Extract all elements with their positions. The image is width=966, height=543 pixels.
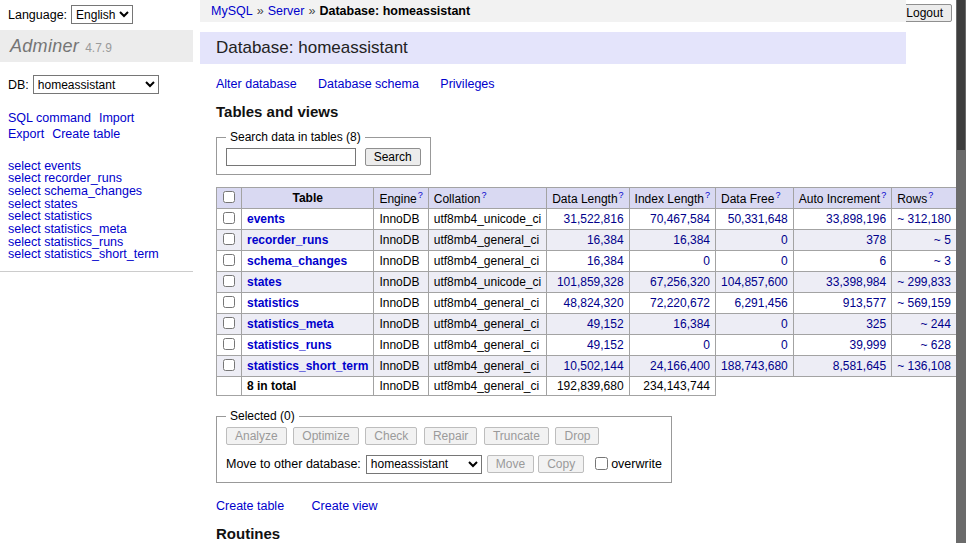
rows-cell: ~ 3 <box>892 251 957 272</box>
overwrite-checkbox[interactable] <box>595 457 608 470</box>
table-name-cell: recorder_runs <box>242 230 374 251</box>
breadcrumb-server-link[interactable]: Server <box>268 4 305 18</box>
table-name-link[interactable]: schema_changes <box>247 254 347 268</box>
repair-button[interactable]: Repair <box>424 427 477 445</box>
table-name-link[interactable]: recorder_runs <box>247 233 328 247</box>
drop-button[interactable]: Drop <box>555 427 599 445</box>
db-select[interactable]: homeassistant <box>33 75 159 94</box>
import-link[interactable]: Import <box>99 111 134 125</box>
collation-cell: utf8mb4_general_ci <box>428 335 546 356</box>
total-collation-cell: utf8mb4_general_ci <box>428 377 546 396</box>
sidebar-actions: SQL commandImport ExportCreate table <box>8 110 193 143</box>
row-checkbox[interactable] <box>223 296 235 308</box>
table-name-cell: statistics_meta <box>242 314 374 335</box>
row-checkbox[interactable] <box>223 317 235 329</box>
create-view-link[interactable]: Create view <box>312 499 378 513</box>
auto-increment-cell: 33,898,196 <box>793 209 891 230</box>
row-checkbox[interactable] <box>223 254 235 266</box>
row-checkbox[interactable] <box>223 338 235 350</box>
table-name-link[interactable]: statistics_runs <box>247 338 332 352</box>
engine-cell: InnoDB <box>374 209 428 230</box>
database-schema-link[interactable]: Database schema <box>318 77 419 91</box>
column-help-link[interactable]: ? <box>881 190 886 200</box>
truncate-button[interactable]: Truncate <box>484 427 549 445</box>
column-help-link[interactable]: ? <box>481 190 486 200</box>
select-all-checkbox[interactable] <box>223 191 235 203</box>
copy-button[interactable]: Copy <box>538 455 584 473</box>
table-name-link[interactable]: statistics_short_term <box>247 359 368 373</box>
auto-increment-cell: 6 <box>793 251 891 272</box>
column-header-table: Table <box>242 188 374 209</box>
search-button[interactable]: Search <box>365 148 421 166</box>
sidebar-table-link[interactable]: select schema_changes <box>8 185 193 198</box>
search-legend: Search data in tables (8) <box>226 130 365 144</box>
move-button[interactable]: Move <box>487 455 534 473</box>
table-name-cell: schema_changes <box>242 251 374 272</box>
sidebar-divider <box>0 271 193 272</box>
move-row: Move to other database:homeassistantMove… <box>226 454 662 474</box>
alter-database-link[interactable]: Alter database <box>216 77 297 91</box>
search-fieldset: Search data in tables (8) Search <box>216 130 431 175</box>
column-help-link[interactable]: ? <box>705 190 710 200</box>
export-link[interactable]: Export <box>8 127 44 141</box>
row-checkbox[interactable] <box>223 359 235 371</box>
rows-cell: ~ 569,159 <box>892 293 957 314</box>
rows-cell: ~ 299,833 <box>892 272 957 293</box>
check-button[interactable]: Check <box>365 427 417 445</box>
sidebar-table-link[interactable]: select recorder_runs <box>8 172 193 185</box>
column-help-link[interactable]: ? <box>775 190 780 200</box>
column-help-link[interactable]: ? <box>418 190 423 200</box>
column-header-rows: Rows? <box>892 188 957 209</box>
scrollbar-thumb[interactable] <box>957 0 965 150</box>
data-free-cell: 104,857,600 <box>716 272 794 293</box>
adminer-page: Language:English Logout MySQL»Server»Dat… <box>0 0 966 543</box>
total-label: 8 in total <box>242 377 374 396</box>
table-select-links: select eventsselect recorder_runsselect … <box>8 160 193 262</box>
move-db-select[interactable]: homeassistant <box>366 455 482 474</box>
search-input[interactable] <box>226 148 356 166</box>
table-name-link[interactable]: events <box>247 212 285 226</box>
table-name-link[interactable]: statistics_meta <box>247 317 334 331</box>
data-length-cell: 49,152 <box>547 335 629 356</box>
engine-cell: InnoDB <box>374 293 428 314</box>
sidebar-table-link[interactable]: select statistics_meta <box>8 223 193 236</box>
create-table-link[interactable]: Create table <box>216 499 284 513</box>
collation-cell: utf8mb4_general_ci <box>428 293 546 314</box>
engine-cell: InnoDB <box>374 230 428 251</box>
sql-command-link[interactable]: SQL command <box>8 111 91 125</box>
optimize-button[interactable]: Optimize <box>293 427 358 445</box>
db-label: DB: <box>8 78 29 92</box>
column-help-link[interactable]: ? <box>928 190 933 200</box>
tables-total-body: 8 in total InnoDB utf8mb4_general_ci 192… <box>217 377 966 396</box>
auto-increment-cell: 39,999 <box>793 335 891 356</box>
row-select-cell <box>217 356 242 377</box>
table-name-link[interactable]: statistics <box>247 296 299 310</box>
overwrite-label-wrap: overwrite <box>591 457 662 471</box>
row-checkbox[interactable] <box>223 233 235 245</box>
app-name[interactable]: Adminer <box>10 36 79 56</box>
column-help-link[interactable]: ? <box>619 190 624 200</box>
breadcrumb-mysql-link[interactable]: MySQL <box>211 4 253 18</box>
row-checkbox[interactable] <box>223 275 235 287</box>
language-select[interactable]: English <box>71 5 133 24</box>
table-row: schema_changesInnoDButf8mb4_general_ci16… <box>217 251 966 272</box>
table-name-link[interactable]: states <box>247 275 282 289</box>
column-header-collation: Collation? <box>428 188 546 209</box>
auto-increment-cell: 378 <box>793 230 891 251</box>
vertical-scrollbar[interactable] <box>956 0 966 543</box>
data-free-cell: 0 <box>716 230 794 251</box>
index-length-cell: 72,220,672 <box>629 293 715 314</box>
collation-cell: utf8mb4_general_ci <box>428 356 546 377</box>
row-select-cell <box>217 272 242 293</box>
total-engine-cell: InnoDB <box>374 377 428 396</box>
row-checkbox[interactable] <box>223 212 235 224</box>
analyze-button[interactable]: Analyze <box>226 427 287 445</box>
privileges-link[interactable]: Privileges <box>440 77 494 91</box>
collation-cell: utf8mb4_unicode_ci <box>428 209 546 230</box>
auto-increment-cell: 913,577 <box>793 293 891 314</box>
create-table-link-sidebar[interactable]: Create table <box>52 127 120 141</box>
index-length-cell: 16,384 <box>629 230 715 251</box>
sidebar-table-link[interactable]: select statistics_short_term <box>8 248 193 261</box>
data-length-cell: 10,502,144 <box>547 356 629 377</box>
index-length-cell: 16,384 <box>629 314 715 335</box>
